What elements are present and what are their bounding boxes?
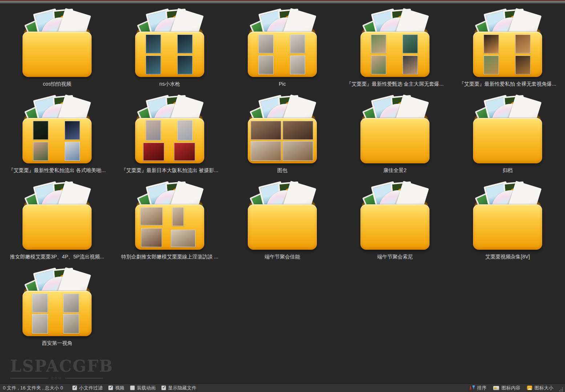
folder-item[interactable]: 『艾栗栗』最新性爱私拍 全裸无套视角爆... (451, 10, 564, 97)
folder-icon[interactable] (135, 10, 205, 78)
folder-item[interactable]: 图包 (226, 97, 339, 183)
folder-label: 西安第一视角 (42, 340, 72, 346)
folder-icon[interactable] (360, 10, 430, 78)
watermark-line-right (65, 378, 103, 379)
thumbnail-grid (23, 204, 92, 250)
folder-label: 端午节聚会索尼 (377, 254, 413, 260)
folder-icon[interactable] (22, 269, 92, 337)
checkbox-icon[interactable] (161, 385, 166, 390)
thumbnail (146, 120, 161, 140)
folder-front (135, 118, 204, 163)
folder-item[interactable]: 康佳全景2 (339, 97, 451, 183)
folder-item[interactable]: 西安第一视角 (1, 269, 113, 356)
thumbnail-grid (473, 118, 542, 163)
folder-item[interactable]: 『艾栗栗』最新性爱私拍流出 各式唯美啪... (1, 97, 113, 183)
sort-control[interactable]: 排序 (469, 385, 487, 391)
folder-item[interactable]: Pic (226, 10, 339, 97)
thumbnail (143, 143, 164, 161)
checkbox-icon[interactable] (108, 385, 113, 390)
folder-icon[interactable] (473, 97, 542, 164)
folder-grid: cos怕怕视频 ns小水枪 (0, 4, 565, 356)
thumbnail (290, 34, 305, 53)
folder-front (248, 118, 317, 163)
thumbnail (290, 56, 305, 74)
folder-icon[interactable] (360, 183, 430, 250)
folder-label: 推女郎嫩模艾栗栗3P、4P、5P流出视频... (10, 254, 104, 260)
folder-front (23, 291, 92, 336)
thumbnail-grid (473, 204, 542, 250)
folder-front (23, 118, 92, 163)
folder-icon[interactable] (22, 10, 92, 78)
folder-front (473, 32, 542, 77)
folder-item[interactable]: 端午节聚会佳能 (226, 183, 339, 269)
checkbox-label: 装载动画 (137, 385, 156, 391)
thumbnail (63, 294, 79, 313)
folder-icon[interactable] (360, 97, 430, 164)
folder-front (135, 32, 204, 77)
control-label: 图标大小 (534, 385, 553, 391)
filter-checkbox[interactable]: 小文件过滤 (72, 385, 102, 391)
folder-icon[interactable] (135, 183, 205, 250)
folder-icon[interactable] (135, 97, 205, 164)
icon-content-control[interactable]: 图标内容 (493, 385, 520, 391)
filter-toggles: 小文件过滤 视频 装载动画 显示隐藏文件 (72, 385, 196, 391)
thumbnail (171, 230, 195, 247)
folder-item[interactable]: 艾栗栗视频杂集[8V] (451, 183, 564, 269)
thumbnail (146, 34, 161, 53)
watermark: LSPACGFB COM (10, 357, 103, 380)
thumbnail (65, 142, 80, 161)
thumbnail-grid (248, 204, 317, 250)
thumbnail-grid (360, 204, 429, 250)
thumbnail-grid (248, 118, 317, 163)
thumbnail-grid (23, 32, 92, 77)
icon-size-icon (527, 385, 532, 390)
thumbnail (258, 56, 274, 74)
folder-item[interactable]: 推女郎嫩模艾栗栗3P、4P、5P流出视频... (1, 183, 113, 269)
thumbnail (140, 207, 163, 225)
folder-icon[interactable] (247, 97, 317, 164)
filter-checkbox[interactable]: 视频 (108, 385, 124, 391)
watermark-text: LSPACGFB (10, 357, 103, 376)
checkbox-label: 视频 (115, 385, 124, 391)
checkbox-icon[interactable] (130, 385, 135, 390)
folder-icon[interactable] (22, 183, 92, 250)
watermark-com: COM (51, 376, 62, 380)
folder-label: 艾栗栗视频杂集[8V] (485, 254, 530, 260)
folder-item[interactable]: 端午节聚会索尼 (339, 183, 451, 269)
thumbnail (251, 141, 281, 161)
thumbnail (283, 141, 313, 161)
thumbnail (33, 121, 48, 140)
folder-label: 图包 (277, 167, 287, 173)
folder-view: LSPACGFB COM cos怕怕视频 (0, 4, 565, 383)
filter-checkbox[interactable]: 显示隐藏文件 (161, 385, 196, 391)
folder-front (360, 118, 429, 163)
thumbnail (141, 228, 162, 247)
thumbnail (146, 56, 161, 74)
folder-item[interactable]: 归档 (451, 97, 564, 183)
folder-icon[interactable] (473, 10, 542, 78)
thumbnail-grid (473, 32, 542, 77)
folder-item[interactable]: cos怕怕视频 (1, 10, 113, 97)
folder-icon[interactable] (247, 10, 317, 78)
folder-front (248, 204, 317, 250)
sort-icon (469, 385, 475, 391)
thumbnail (484, 56, 499, 74)
thumbnail (371, 56, 386, 74)
icon-size-control[interactable]: 图标大小 (527, 385, 553, 391)
folder-item[interactable]: ns小水枪 (113, 10, 226, 97)
folder-item[interactable]: 『艾栗栗』最新日本大阪私拍流出 被摄影... (113, 97, 226, 183)
thumbnail (484, 34, 499, 53)
folder-icon[interactable] (247, 183, 317, 250)
folder-label: 『艾栗栗』最新日本大阪私拍流出 被摄影... (121, 167, 218, 173)
folder-item[interactable]: 特別企劃推女郎嫩模艾栗栗線上淫蕩訪談 ... (113, 183, 226, 269)
folder-label: 『艾栗栗』最新性爱私拍流出 各式唯美啪... (8, 167, 106, 173)
filter-checkbox[interactable]: 装载动画 (130, 385, 156, 391)
resize-grip[interactable] (559, 388, 563, 392)
checkbox-icon[interactable] (72, 385, 77, 390)
folder-icon[interactable] (22, 97, 92, 164)
thumbnail (63, 314, 79, 334)
folder-label: 『艾栗栗』最新性爱甄选 金主大屌无套爆... (346, 81, 444, 87)
folder-item[interactable]: 『艾栗栗』最新性爱甄选 金主大屌无套爆... (339, 10, 451, 97)
window-top-bar[interactable] (0, 1, 565, 4)
folder-icon[interactable] (473, 183, 542, 250)
